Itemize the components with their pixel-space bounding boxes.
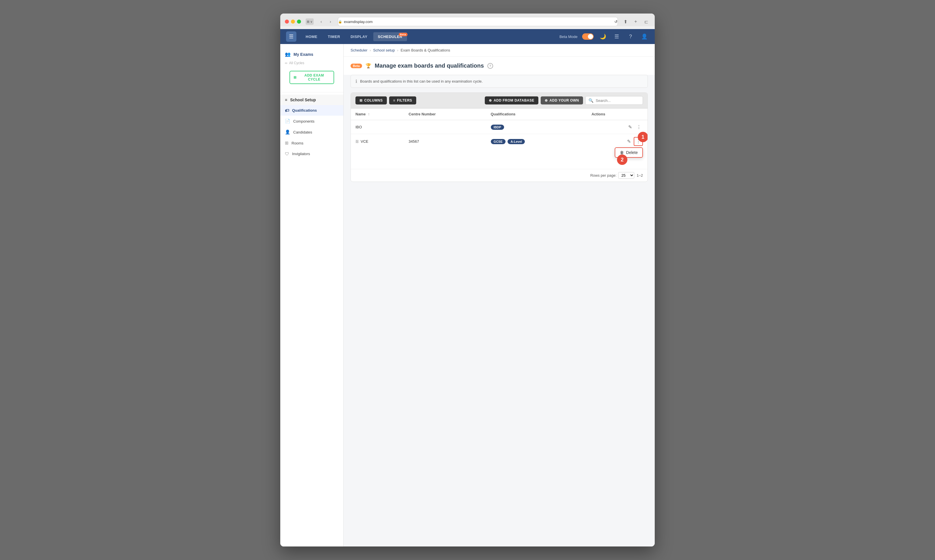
table-header: Name ↑ Centre Number Qualifications [351,108,648,120]
page-header: Beta 🏆 Manage exam boards and qualificat… [344,57,655,75]
scheduler-beta-badge: Beta [399,33,408,36]
add-exam-cycle-button[interactable]: ⊞ ADD EXAM CYCLE [290,71,334,84]
table-row: IBO IBDP ✎ [351,120,648,134]
sidebar-item-invigilators[interactable]: 🛡 Invigilators [280,148,343,159]
breadcrumb: Scheduler › School setup › Exam Boards &… [344,44,655,57]
nav-tabs: HOME TIMER DISPLAY SCHEDULER Beta [301,32,407,41]
table-footer: Rows per page: 25 50 100 1–2 [351,169,648,182]
edit-button-ibo[interactable]: ✎ [626,123,634,131]
forward-button[interactable]: › [326,18,335,26]
minimize-button[interactable] [291,20,295,24]
link-icon: ∞ [285,61,287,65]
add-from-database-button[interactable]: ⊕ ADD FROM DATABASE [485,96,538,105]
app-logo: ☰ [286,31,296,42]
tab-timer[interactable]: TIMER [323,32,345,41]
columns-icon: ⊞ [359,98,363,102]
sidebar-divider [280,92,343,92]
lock-icon: 🔒 [338,20,342,24]
traffic-lights [285,20,301,24]
col-name: Name ↑ [351,108,404,120]
tab-display[interactable]: DISPLAY [346,32,372,41]
filters-button[interactable]: ≡ FILTERS [389,96,416,105]
info-banner: ℹ Boards and qualifications in this list… [350,75,648,88]
my-exams-icon: 👥 [285,52,291,57]
filter-icon: ≡ [393,98,395,102]
actions-cell-ibo: ✎ ⋮ [591,123,643,131]
new-tab-button[interactable]: + [632,18,640,26]
sidebar-item-qualifications[interactable]: 🏷 Qualifications [280,105,343,116]
search-box[interactable]: 🔍 [585,96,643,105]
reload-icon[interactable]: ↺ [614,20,617,24]
invigilators-icon: 🛡 [285,151,289,156]
col-qualifications: Qualifications [486,108,587,120]
cell-centre-vce: 34567 [404,134,486,149]
candidates-icon: 👤 [285,129,290,135]
school-setup-icon: ≡ [285,98,287,102]
main-content: Scheduler › School setup › Exam Boards &… [344,44,655,546]
school-setup-header: ≡ School Setup [280,95,343,105]
floating-area: Name ↑ Centre Number Qualifications [351,108,648,182]
breadcrumb-scheduler[interactable]: Scheduler [350,48,367,52]
table-container: ⊞ COLUMNS ≡ FILTERS ⊕ ADD FROM DATABASE … [350,92,648,182]
logo-icon: ☰ [289,33,293,40]
rooms-icon: ⊞ [285,140,289,146]
page-beta-badge: Beta [350,64,362,68]
search-input[interactable] [596,98,640,103]
trophy-icon: 🏆 [366,63,371,68]
tab-scheduler[interactable]: SCHEDULER Beta [373,32,407,41]
my-exams-header[interactable]: 👥 My Exams [280,49,343,60]
components-icon: 📄 [285,118,290,124]
close-button[interactable] [285,20,289,24]
add-icon: ⊕ [545,98,548,102]
info-text: Boards and qualifications in this list c… [360,79,483,83]
pagination-text: 1–2 [637,173,643,178]
sidebar-button[interactable]: ⊏ [642,18,650,26]
share-button[interactable]: ⬆ [621,18,630,26]
breadcrumb-sep-2: › [397,48,398,52]
cell-actions-vce: ✎ ⋮ 1 🗑 Delete [587,134,648,149]
rows-per-page: Rows per page: 25 50 100 [590,172,634,179]
back-button[interactable]: ‹ [317,18,325,26]
nav-buttons: ‹ › [317,18,335,26]
breadcrumb-school-setup[interactable]: School setup [373,48,395,52]
cell-name-ibo: IBO [351,120,404,134]
all-cycles-link[interactable]: ∞ All Cycles [285,61,339,65]
maximize-button[interactable] [297,20,301,24]
user-button[interactable]: 👤 [640,32,649,41]
sidebar: 👥 My Exams ∞ All Cycles ⊞ ADD EXAM CYCLE… [280,44,344,546]
cell-name-vce: ⛓ VCE [351,134,404,149]
qual-badge-ibdp: IBDP [491,125,504,130]
help-button[interactable]: ? [626,32,635,41]
col-centre-number: Centre Number [404,108,486,120]
dark-mode-button[interactable]: 🌙 [598,32,608,41]
browser-chrome: ⊞ ∨ ‹ › 🔒 examdisplay.com ↺ ⬆ + ⊏ [280,14,655,26]
callout-2: 2 [617,155,627,165]
address-bar[interactable]: 🔒 examdisplay.com ↺ [338,17,618,26]
url-text: examdisplay.com [344,20,372,24]
more-menu-button-ibo[interactable]: ⋮ [635,123,643,131]
breadcrumb-sep-1: › [370,48,371,52]
table-row: ⛓ VCE 34567 GCSE A-Level [351,134,648,149]
info-icon: ℹ [355,78,357,84]
page-title: Manage exam boards and qualifications [375,62,484,69]
edit-button-vce[interactable]: ✎ [625,138,633,145]
sidebar-item-candidates[interactable]: 👤 Candidates [280,127,343,138]
tab-home[interactable]: HOME [301,32,322,41]
sidebar-item-rooms[interactable]: ⊞ Rooms [280,138,343,148]
view-toggle-button[interactable]: ⊞ ∨ [305,18,314,25]
add-your-own-button[interactable]: ⊕ ADD YOUR OWN [541,96,583,105]
app-body: 👥 My Exams ∞ All Cycles ⊞ ADD EXAM CYCLE… [280,44,655,546]
sidebar-item-components[interactable]: 📄 Components [280,116,343,127]
table-toolbar: ⊞ COLUMNS ≡ FILTERS ⊕ ADD FROM DATABASE … [351,93,648,108]
rows-per-page-select[interactable]: 25 50 100 [618,172,634,179]
beta-mode-toggle[interactable] [582,33,594,40]
vce-name: ⛓ VCE [355,139,400,144]
qual-badge-alevel: A-Level [508,139,525,144]
help-circle-icon[interactable]: ? [488,63,493,69]
cell-quals-vce: GCSE A-Level [486,134,587,149]
columns-button[interactable]: ⊞ COLUMNS [355,96,387,105]
sort-arrow-name[interactable]: ↑ [368,112,370,116]
chat-button[interactable]: ☰ [612,32,621,41]
browser-actions: ⬆ + ⊏ [621,18,650,26]
cell-centre-ibo [404,120,486,134]
